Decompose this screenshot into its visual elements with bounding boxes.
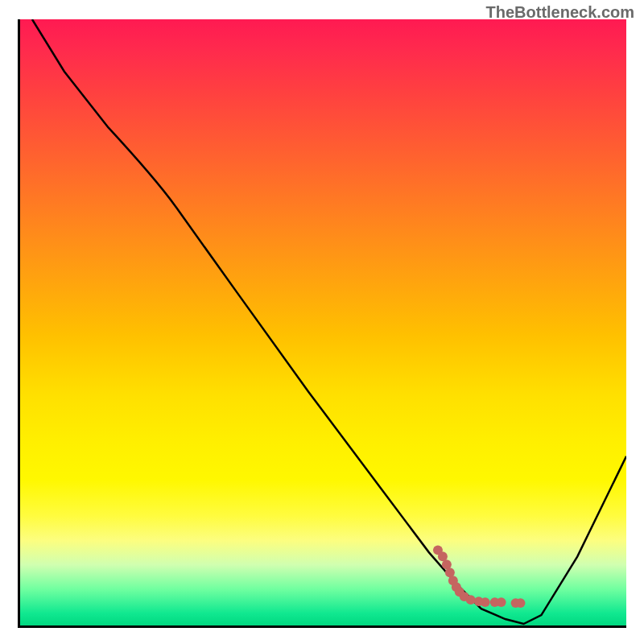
highlight-point bbox=[466, 595, 476, 605]
plot-area bbox=[18, 19, 626, 628]
highlight-points-group bbox=[433, 545, 526, 608]
chart-container: TheBottleneck.com bbox=[0, 0, 644, 644]
watermark-text: TheBottleneck.com bbox=[486, 3, 634, 22]
bottleneck-curve-line bbox=[32, 19, 626, 624]
highlight-point bbox=[481, 597, 490, 607]
highlight-point bbox=[497, 597, 506, 607]
chart-svg bbox=[20, 19, 626, 625]
highlight-point bbox=[516, 598, 526, 608]
